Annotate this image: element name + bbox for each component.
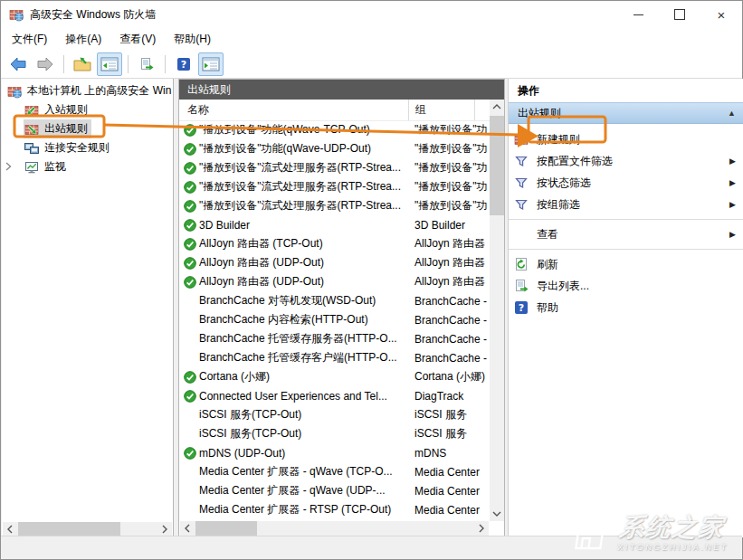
scroll-up-button[interactable] bbox=[490, 100, 504, 114]
collapse-section-icon[interactable]: ▲ bbox=[728, 109, 736, 118]
rule-row[interactable]: AllJoyn 路由器 (TCP-Out)AllJoyn 路由器 bbox=[179, 234, 490, 253]
rule-row[interactable]: "播放到设备"流式处理服务器(RTP-Strea..."播放到设备"功 bbox=[179, 196, 490, 215]
rule-enabled-check-icon bbox=[184, 124, 196, 137]
action-item-label: 按配置文件筛选 bbox=[537, 154, 613, 169]
svg-text:?: ? bbox=[181, 59, 186, 71]
toolbar-separator bbox=[165, 55, 166, 73]
rule-row[interactable]: "播放到设备"流式处理服务器(RTP-Strea..."播放到设备"功 bbox=[179, 158, 490, 177]
back-button[interactable] bbox=[5, 52, 31, 76]
minimize-button[interactable] bbox=[617, 1, 659, 28]
menu-item[interactable]: 查看(V) bbox=[110, 28, 165, 50]
sidebar-item-monitoring[interactable]: 监视 bbox=[2, 157, 173, 176]
rule-group: mDNS bbox=[408, 447, 490, 460]
expand-chevron-icon[interactable] bbox=[5, 161, 12, 174]
action-item-label: 刷新 bbox=[537, 257, 558, 272]
rule-enabled-check-icon bbox=[184, 162, 196, 175]
rule-row[interactable]: BranchCache 托管缓存服务器(HTTP-O...BranchCache… bbox=[179, 329, 490, 348]
sidebar-item-label: 入站规则 bbox=[44, 102, 88, 118]
rule-enabled-check-icon bbox=[184, 143, 196, 156]
action-item-export-list[interactable]: 导出列表... bbox=[509, 275, 743, 297]
rule-group: iSCSI 服务 bbox=[408, 426, 490, 441]
filter-icon bbox=[514, 197, 529, 212]
scroll-right-button[interactable] bbox=[474, 521, 489, 536]
show-action-pane-button[interactable] bbox=[198, 52, 224, 76]
scrollbar-thumb[interactable] bbox=[18, 522, 120, 536]
help-button[interactable]: ? bbox=[171, 52, 196, 76]
action-item-new-rule[interactable]: 新建规则... bbox=[509, 128, 743, 150]
sidebar-item-outbound-rules[interactable]: 出站规则 bbox=[2, 119, 173, 138]
maximize-button[interactable] bbox=[659, 1, 700, 28]
sidebar-item-connection-security[interactable]: 连接安全规则 bbox=[2, 138, 173, 157]
rule-row[interactable]: AllJoyn 路由器 (UDP-Out)AllJoyn 路由器 bbox=[179, 272, 490, 291]
action-item-查看[interactable]: 查看▶ bbox=[509, 223, 743, 245]
maximize-icon bbox=[674, 9, 685, 20]
filter-icon bbox=[514, 176, 529, 190]
rule-row[interactable]: mDNS (UDP-Out)mDNS bbox=[179, 443, 490, 462]
scrollbar-thumb[interactable] bbox=[490, 116, 504, 215]
close-button[interactable]: × bbox=[700, 1, 742, 28]
actions-pane-title: 操作 bbox=[509, 79, 743, 103]
rule-row[interactable]: iSCSI 服务(TCP-Out)iSCSI 服务 bbox=[179, 405, 490, 424]
rule-row[interactable]: Media Center 扩展器 - RTSP (TCP-Out)Media C… bbox=[179, 500, 490, 519]
export-list-button[interactable] bbox=[134, 52, 159, 76]
menu-item[interactable]: 文件(F) bbox=[3, 28, 56, 50]
tree-horizontal-scrollbar[interactable] bbox=[3, 522, 172, 536]
action-item-filter[interactable]: 按组筛选▶ bbox=[509, 194, 743, 215]
scrollbar-thumb[interactable] bbox=[195, 521, 257, 536]
rule-row[interactable]: BranchCache 托管缓存客户端(HTTP-O...BranchCache… bbox=[179, 348, 490, 367]
rule-enabled-check-icon bbox=[184, 371, 196, 384]
list-horizontal-scrollbar[interactable] bbox=[180, 521, 489, 536]
rule-row[interactable]: "播放到设备"功能(qWave-UDP-Out)"播放到设备"功 bbox=[179, 139, 490, 158]
scroll-down-button[interactable] bbox=[490, 507, 504, 521]
rule-row[interactable]: 3D Builder3D Builder bbox=[179, 215, 490, 234]
show-console-tree-button[interactable] bbox=[97, 52, 122, 76]
rule-group: Cortana (小娜) bbox=[408, 369, 490, 384]
rule-name: 3D Builder bbox=[199, 219, 408, 232]
rule-row[interactable]: BranchCache 内容检索(HTTP-Out)BranchCache - bbox=[179, 310, 490, 329]
rule-name: BranchCache 对等机发现(WSD-Out) bbox=[199, 293, 408, 308]
action-item-help[interactable]: ?帮助 bbox=[509, 297, 743, 318]
action-item-refresh[interactable]: 刷新 bbox=[509, 253, 743, 275]
forward-icon bbox=[36, 56, 54, 72]
toolbar-separator bbox=[128, 55, 129, 73]
rule-row[interactable]: Connected User Experiences and Tel...Dia… bbox=[179, 386, 490, 405]
rule-row[interactable]: BranchCache 对等机发现(WSD-Out)BranchCache - bbox=[179, 291, 490, 310]
rule-row[interactable]: AllJoyn 路由器 (UDP-Out)AllJoyn 路由器 bbox=[179, 253, 490, 272]
action-item-filter[interactable]: 按状态筛选▶ bbox=[509, 172, 743, 194]
submenu-arrow-icon: ▶ bbox=[729, 157, 736, 166]
outbound-rules-icon bbox=[24, 122, 40, 137]
scroll-left-button[interactable] bbox=[3, 522, 17, 536]
actions-section-header[interactable]: 出站规则 ▲ bbox=[509, 103, 743, 124]
tree-root-label: 本地计算机 上的高级安全 Win bbox=[27, 83, 171, 99]
scroll-right-button[interactable] bbox=[157, 522, 172, 536]
scroll-left-button[interactable] bbox=[180, 521, 195, 536]
rule-row[interactable]: "播放到设备"流式处理服务器(RTP-Strea..."播放到设备"功 bbox=[179, 177, 490, 196]
rule-group: Media Center bbox=[408, 485, 490, 498]
tree-root-item[interactable]: 本地计算机 上的高级安全 Win bbox=[2, 81, 173, 100]
list-vertical-scrollbar[interactable] bbox=[490, 100, 504, 521]
sidebar-item-inbound-rules[interactable]: 入站规则 bbox=[2, 100, 173, 119]
menu-item[interactable]: 帮助(H) bbox=[165, 28, 220, 50]
export-list-icon bbox=[514, 279, 529, 293]
forward-button[interactable] bbox=[33, 52, 58, 76]
action-item-filter[interactable]: 按配置文件筛选▶ bbox=[509, 150, 743, 172]
rule-row[interactable]: Media Center 扩展器 - qWave (UDP-...Media C… bbox=[179, 481, 490, 500]
rule-row[interactable]: iSCSI 服务(TCP-Out)iSCSI 服务 bbox=[179, 424, 490, 443]
rule-group: AllJoyn 路由器 bbox=[408, 255, 490, 271]
rule-row[interactable]: Media Center 扩展器 - qWave (TCP-O...Media … bbox=[179, 462, 490, 481]
rule-group: "播放到设备"功 bbox=[408, 160, 490, 176]
rule-group: Media Center bbox=[408, 466, 490, 479]
column-header-name[interactable]: 名称 bbox=[179, 100, 409, 120]
rule-name: AllJoyn 路由器 (UDP-Out) bbox=[199, 255, 408, 271]
sidebar-item-label: 连接安全规则 bbox=[44, 140, 110, 156]
rule-group: "播放到设备"功 bbox=[408, 198, 490, 214]
rule-row[interactable]: Cortana (小娜)Cortana (小娜) bbox=[179, 367, 490, 386]
column-header-group[interactable]: 组 bbox=[409, 100, 475, 120]
window-title: 高级安全 Windows 防火墙 bbox=[30, 7, 156, 23]
rule-name: "播放到设备"流式处理服务器(RTP-Strea... bbox=[199, 198, 408, 214]
up-folder-button[interactable] bbox=[70, 52, 95, 76]
rule-row[interactable]: "播放到设备"功能(qWave-TCP-Out)"播放到设备"功 bbox=[179, 120, 490, 139]
rule-enabled-check-icon bbox=[184, 390, 196, 403]
menu-item[interactable]: 操作(A) bbox=[56, 28, 110, 50]
action-item-label: 查看 bbox=[537, 227, 558, 242]
